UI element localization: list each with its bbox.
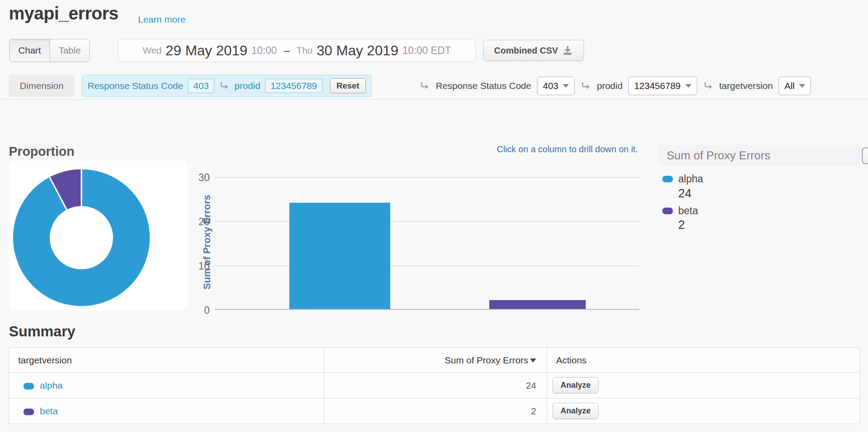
filter-selected-value: 123456789 (634, 81, 680, 91)
gridline (215, 177, 639, 177)
analyze-button[interactable]: Analyze (553, 377, 599, 393)
table-row-beta: beta 2 Analyze (9, 398, 860, 424)
drilldown-hint: Click on a column to drill down on it. (215, 144, 638, 154)
filter-selected-value: 403 (543, 81, 558, 91)
y-tick: 30 (188, 172, 210, 184)
legend-item-alpha[interactable]: alpha (662, 173, 703, 185)
combined-csv-label: Combined CSV (494, 46, 558, 56)
y-tick: 10 (188, 260, 210, 272)
bar-alpha[interactable] (289, 203, 390, 309)
legend-item-value: 24 (678, 187, 691, 201)
download-icon (562, 46, 573, 55)
proportion-title: Proportion (9, 144, 74, 159)
breadcrumb-dimension-value[interactable]: 123456789 (265, 79, 322, 93)
dimension-label: Dimension (9, 75, 74, 97)
view-toggle: Chart Table (9, 39, 90, 62)
tab-table[interactable]: Table (50, 39, 89, 62)
x-axis-baseline (215, 309, 639, 310)
drill-down-arrow-icon (580, 81, 591, 91)
row-dimension-link[interactable]: alpha (40, 380, 62, 390)
sort-desc-icon (530, 359, 536, 363)
gridline (215, 266, 639, 266)
end-date: 30 May 2019 (317, 42, 399, 59)
column-header-dimension[interactable]: targetversion (9, 348, 324, 373)
bar-chart-plot-area (215, 177, 639, 310)
breadcrumb-dimension-name[interactable]: prodid (234, 81, 260, 91)
alpha-swatch-icon (23, 383, 34, 390)
breadcrumb-dimension-value[interactable]: 403 (188, 79, 214, 93)
filter-name: prodid (597, 81, 622, 91)
y-axis-label: Sum of Proxy Errors (201, 195, 213, 289)
gridline (215, 221, 639, 222)
proportion-donut-chart[interactable] (9, 160, 188, 311)
legend-item-beta[interactable]: beta (662, 205, 698, 217)
caret-down-icon (563, 84, 569, 88)
start-time: 10:00 (251, 45, 277, 57)
combined-csv-button[interactable]: Combined CSV (483, 40, 584, 61)
end-time: 10:00 EDT (403, 45, 451, 57)
date-range-picker[interactable]: Wed 29 May 2019 10:00 – Thu 30 May 2019 … (118, 39, 476, 62)
legend-item-label: beta (678, 205, 698, 217)
legend-item-label: alpha (678, 173, 703, 185)
table-row-alpha: alpha 24 Analyze (9, 373, 860, 398)
header-divider (0, 99, 868, 100)
proportion-donut-card (9, 160, 188, 311)
caret-down-icon (685, 84, 691, 88)
summary-header-row: targetversion Sum of Proxy Errors Action… (9, 348, 860, 373)
filter-selected-value: All (784, 81, 795, 91)
tab-chart[interactable]: Chart (10, 39, 50, 62)
filter-dropdown-prodid[interactable]: 123456789 (628, 77, 697, 95)
row-metric-value: 24 (324, 373, 547, 398)
learn-more-link[interactable]: Learn more (138, 14, 185, 25)
caret-down-icon (799, 84, 805, 88)
drill-down-arrow-icon (219, 81, 230, 91)
row-metric-value: 2 (324, 398, 547, 424)
column-header-metric[interactable]: Sum of Proxy Errors (324, 348, 547, 373)
summary-title: Summary (9, 323, 75, 340)
page-title: myapi_errors (9, 4, 118, 23)
column-header-actions: Actions (547, 348, 860, 373)
end-day: Thu (296, 45, 312, 56)
filter-name: Response Status Code (436, 81, 531, 91)
alpha-swatch-icon (662, 176, 673, 182)
summary-table: targetversion Sum of Proxy Errors Action… (9, 347, 860, 424)
filter-dropdown-response-status-code[interactable]: 403 (537, 77, 575, 95)
y-tick: 20 (188, 216, 210, 228)
breadcrumb-dimension-name[interactable]: Response Status Code (88, 81, 183, 91)
filter-controls: Response Status Code 403 prodid 12345678… (419, 75, 811, 97)
legend-title: Sum of Proxy Errors (659, 145, 860, 166)
reset-button[interactable]: Reset (330, 78, 366, 93)
row-dimension-link[interactable]: beta (40, 406, 58, 416)
date-range-separator: – (281, 44, 292, 58)
analyze-button[interactable]: Analyze (553, 403, 599, 419)
start-date: 29 May 2019 (165, 42, 247, 59)
y-tick: 0 (188, 305, 210, 316)
drill-down-arrow-icon (419, 81, 430, 91)
drill-down-arrow-icon (703, 81, 714, 91)
filter-dropdown-targetversion[interactable]: All (779, 77, 811, 95)
report-page: myapi_errors Learn more Chart Table Wed … (0, 0, 868, 432)
beta-swatch-icon (23, 409, 34, 415)
legend-overflow-button[interactable] (862, 147, 868, 164)
filter-name: targetversion (719, 81, 773, 91)
beta-swatch-icon (662, 208, 673, 214)
bar-beta[interactable] (489, 300, 586, 309)
legend-item-value: 2 (678, 218, 685, 232)
drilldown-breadcrumb: Response Status Code 403 prodid 12345678… (82, 75, 372, 97)
start-day: Wed (142, 45, 161, 56)
